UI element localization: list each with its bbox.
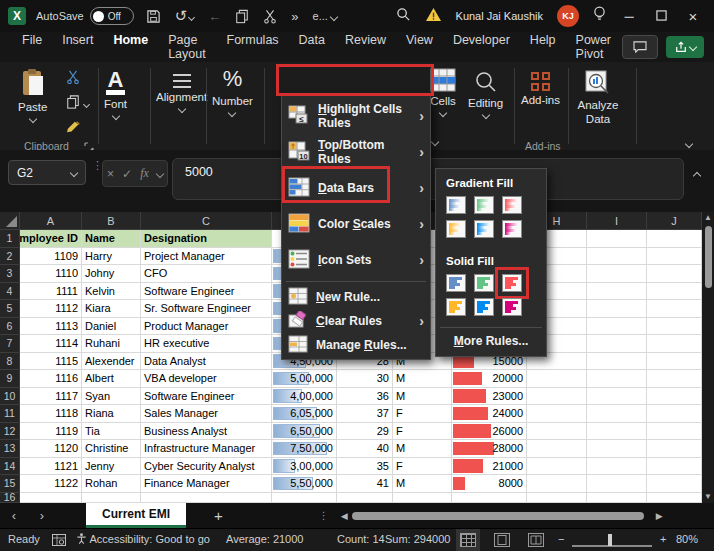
number-group-button[interactable]: % Number — [212, 66, 253, 116]
cell[interactable]: Kiara — [82, 300, 141, 318]
cell[interactable] — [647, 405, 702, 423]
scroll-up-icon[interactable]: ▲ — [704, 212, 712, 224]
scroll-down-icon[interactable]: ▼ — [704, 491, 712, 503]
cell[interactable]: 1109 — [20, 248, 82, 266]
cell[interactable] — [141, 493, 272, 503]
page-layout-view-icon[interactable] — [494, 533, 510, 547]
cell[interactable]: Syan — [82, 388, 141, 406]
cell[interactable]: HR executive — [141, 335, 272, 353]
solid-fill-swatch-0[interactable] — [446, 274, 466, 292]
zoom-level[interactable]: 80% — [676, 533, 698, 545]
scroll-left-icon[interactable]: ◀ — [341, 511, 348, 521]
cell[interactable]: Riana — [82, 405, 141, 423]
row-header[interactable]: 14 — [0, 458, 20, 476]
cancel-icon[interactable]: × — [107, 167, 114, 181]
solid-fill-swatch-1[interactable] — [474, 274, 494, 292]
cell[interactable] — [647, 318, 702, 336]
cell[interactable] — [527, 370, 587, 388]
cell[interactable]: Designation — [141, 230, 272, 248]
menu-item-manage-rules[interactable]: Manage Rules... — [282, 333, 430, 357]
cell[interactable]: 23000 — [452, 388, 527, 406]
cell[interactable] — [647, 353, 702, 371]
solid-fill-swatch-5[interactable] — [502, 298, 522, 316]
column-header-b[interactable]: B — [82, 212, 141, 230]
expand-formula-bar-chevron[interactable] — [694, 166, 700, 184]
row-header[interactable]: 7 — [0, 335, 20, 353]
cell[interactable]: Data Analyst — [141, 353, 272, 371]
sheet-tab-current-emi[interactable]: Current EMI — [86, 503, 186, 528]
cell[interactable]: 1110 — [20, 265, 82, 283]
prev-sheet-icon[interactable]: ‹ — [0, 508, 28, 523]
cell[interactable] — [647, 423, 702, 441]
vertical-scrollbar[interactable]: ▲ ▼ — [702, 212, 714, 503]
row-header[interactable]: 2 — [0, 248, 20, 266]
cell[interactable] — [587, 440, 647, 458]
sum-status[interactable]: Sum: 294000 — [385, 533, 450, 545]
cell[interactable]: Infrastructure Manager — [141, 440, 272, 458]
row-header[interactable]: 12 — [0, 423, 20, 441]
copy-icon[interactable] — [235, 9, 249, 24]
ribbon-cut-icon[interactable] — [66, 70, 89, 88]
cell[interactable] — [587, 405, 647, 423]
avatar[interactable]: KJ — [557, 5, 579, 27]
solid-fill-swatch-4[interactable] — [474, 298, 494, 316]
more-rules-item[interactable]: More Rules... — [436, 328, 546, 352]
cell[interactable]: 7,50,000 — [272, 440, 337, 458]
row-header[interactable]: 11 — [0, 405, 20, 423]
cell[interactable] — [647, 283, 702, 301]
cell[interactable]: 5,50,000 — [272, 475, 337, 493]
gradient-fill-swatch-3[interactable] — [446, 220, 466, 238]
cell[interactable]: 1114 — [20, 335, 82, 353]
tabbar-splitter[interactable]: ⋮ — [319, 513, 329, 518]
hscroll-thumb[interactable] — [352, 512, 644, 520]
macro-record-icon[interactable] — [52, 534, 66, 548]
cell[interactable]: 37 — [337, 405, 393, 423]
cell[interactable]: 36 — [337, 388, 393, 406]
cell[interactable]: Christine — [82, 440, 141, 458]
scroll-right-icon[interactable]: ▶ — [656, 511, 663, 521]
enter-icon[interactable]: ✓ — [122, 167, 132, 181]
cell[interactable]: F — [393, 458, 452, 476]
cell[interactable] — [527, 405, 587, 423]
cell[interactable]: 1118 — [20, 405, 82, 423]
cells-group-button[interactable]: Cells — [430, 68, 456, 116]
maximize-button[interactable] — [652, 9, 670, 24]
cell[interactable] — [527, 475, 587, 493]
cell[interactable]: Sr. Software Engineer — [141, 300, 272, 318]
alignment-group-button[interactable]: Alignment — [156, 74, 207, 112]
zoom-in-button[interactable]: + — [660, 533, 666, 545]
autosave-toggle[interactable]: Off — [90, 7, 134, 25]
gradient-fill-swatch-1[interactable] — [474, 196, 494, 214]
cell[interactable]: 24000 — [452, 405, 527, 423]
menu-item-highlight-cells-rules[interactable]: ≤Highlight Cells Rules› — [282, 98, 430, 134]
user-name[interactable]: Kunal Jai Kaushik — [456, 10, 543, 22]
cell[interactable] — [527, 458, 587, 476]
cell[interactable]: 6,05,000 — [272, 405, 337, 423]
cell[interactable]: 6,50,000 — [272, 423, 337, 441]
cell[interactable]: Name — [82, 230, 141, 248]
count-status[interactable]: Count: 14 — [337, 533, 385, 545]
gradient-fill-swatch-5[interactable] — [502, 220, 522, 238]
cell[interactable]: CFO — [141, 265, 272, 283]
cell[interactable] — [527, 440, 587, 458]
cell[interactable]: Rohan — [82, 475, 141, 493]
row-header[interactable]: 10 — [0, 388, 20, 406]
row-header[interactable]: 15 — [0, 475, 20, 493]
close-button[interactable]: × — [684, 8, 702, 25]
cell[interactable] — [647, 300, 702, 318]
menu-item-new-rule[interactable]: New Rule... — [282, 285, 430, 309]
cell[interactable] — [587, 283, 647, 301]
cell[interactable]: Sales Manager — [141, 405, 272, 423]
cell[interactable] — [587, 353, 647, 371]
column-header-i[interactable]: I — [587, 212, 647, 230]
cell[interactable]: 1117 — [20, 388, 82, 406]
row-header[interactable]: 1 — [0, 230, 20, 248]
editing-group-button[interactable]: Editing — [468, 70, 503, 118]
addins-button[interactable]: Add-ins — [521, 72, 560, 106]
cell[interactable] — [587, 423, 647, 441]
horizontal-scrollbar[interactable]: ◀ ▶ — [341, 511, 663, 521]
format-painter-icon[interactable] — [66, 120, 89, 138]
cell[interactable] — [587, 318, 647, 336]
undo-icon[interactable]: ↺ — [175, 7, 195, 25]
cell[interactable]: Alexender — [82, 353, 141, 371]
